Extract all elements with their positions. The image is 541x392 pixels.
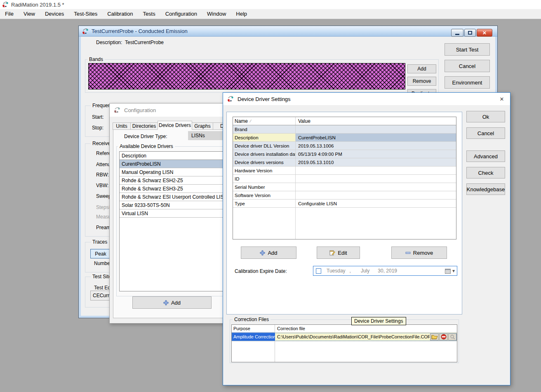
radimation-icon bbox=[114, 107, 120, 113]
band-add-button[interactable]: Add bbox=[407, 64, 436, 73]
app-titlebar: RadiMation 2019.1.5 * bbox=[0, 0, 541, 9]
table-row-serial-number[interactable]: Serial Number bbox=[233, 183, 456, 191]
table-row-software-version[interactable]: Software Version bbox=[233, 191, 456, 200]
properties-table-header: Name ∕ Value bbox=[233, 117, 456, 125]
date-month[interactable]: July bbox=[361, 268, 369, 274]
close-icon: ✕ bbox=[500, 96, 504, 102]
attenuation-label: Attenuat bbox=[96, 162, 110, 167]
maximize-button[interactable] bbox=[464, 29, 476, 37]
stop-label: Stop: bbox=[92, 125, 103, 131]
table-row-drivers-versions[interactable]: Device drivers versions 2019.05.13.1010 bbox=[233, 158, 456, 167]
ok-button[interactable]: Ok bbox=[466, 111, 505, 122]
knowledgebase-button[interactable]: Knowledgebase bbox=[466, 183, 505, 195]
table-row-description[interactable]: Description CurentProbeLISN bbox=[233, 134, 456, 142]
vbw-label: VBW: bbox=[96, 183, 108, 188]
tab-device-drivers[interactable]: Device Drivers bbox=[158, 121, 192, 130]
date-enabled-checkbox[interactable] bbox=[316, 268, 321, 274]
menu-item-help[interactable]: Help bbox=[231, 9, 252, 19]
peak-toggle-button[interactable]: Peak bbox=[90, 249, 111, 258]
date-separator: , bbox=[350, 268, 351, 274]
menu-item-file[interactable]: File bbox=[0, 9, 19, 19]
menu-item-test-sites[interactable]: Test-Sites bbox=[69, 9, 102, 19]
correction-file-row[interactable]: Amplitude Correction C:\Users\Public\Doc… bbox=[232, 333, 457, 341]
advanced-button[interactable]: Advanced bbox=[466, 150, 505, 162]
stepsize-label: Stepsize bbox=[96, 204, 110, 210]
number-label: Number bbox=[94, 261, 110, 266]
column-header-name[interactable]: Name ∕ bbox=[233, 117, 296, 125]
reference-label: Referenc bbox=[96, 150, 110, 156]
correction-file-cell[interactable]: C:\Users\Public\Documents\RadiMation\COR… bbox=[275, 333, 457, 341]
minimize-icon bbox=[455, 34, 459, 35]
correction-table-empty-area bbox=[232, 341, 457, 362]
table-empty-area bbox=[233, 208, 456, 239]
device-driver-settings-dialog: Device Driver Settings ✕ Name ∕ Value Br… bbox=[223, 92, 510, 385]
properties-table: Name ∕ Value Brand Description CurentPro… bbox=[233, 117, 456, 239]
tab-directories[interactable]: Directories bbox=[130, 122, 158, 130]
sort-ascending-icon: ∕ bbox=[250, 119, 251, 123]
desktop: RadiMation 2019.1.5 * File View Devices … bbox=[0, 0, 541, 392]
environment-button[interactable]: Environment bbox=[445, 76, 490, 89]
date-weekday[interactable]: Tuesday bbox=[327, 268, 346, 274]
table-row-brand[interactable]: Brand bbox=[233, 125, 456, 134]
add-property-label: Add bbox=[268, 250, 277, 256]
measure-label: Measure bbox=[96, 214, 110, 220]
edit-icon bbox=[329, 250, 335, 256]
config-add-driver-label: Add bbox=[171, 300, 181, 306]
sweep-time-label: Sweep T bbox=[96, 193, 110, 199]
test-window-titlebar[interactable]: TestCurrentProbe - Conducted Emission bbox=[79, 26, 497, 37]
edit-property-button[interactable]: Edit bbox=[317, 246, 360, 259]
dialog-close-button[interactable]: ✕ bbox=[497, 95, 507, 103]
radimation-icon bbox=[227, 96, 234, 102]
dropdown-arrow-icon[interactable]: ▾ bbox=[452, 268, 455, 274]
column-header-correction-file[interactable]: Correction file bbox=[275, 325, 457, 332]
table-row-installation-date[interactable]: Device drivers installation date 05/13/1… bbox=[233, 150, 456, 158]
date-day-year[interactable]: 30, 2019 bbox=[378, 268, 397, 274]
rbw-label: RBW: bbox=[96, 172, 109, 178]
column-header-value[interactable]: Value bbox=[296, 117, 456, 125]
check-button[interactable]: Check bbox=[466, 167, 505, 178]
add-property-button[interactable]: Add bbox=[241, 246, 296, 259]
menu-item-calibration[interactable]: Calibration bbox=[102, 9, 138, 19]
remove-property-button[interactable]: Remove bbox=[391, 246, 447, 259]
browse-file-button[interactable] bbox=[430, 333, 439, 340]
plus-icon bbox=[260, 250, 265, 256]
cancel-button[interactable]: Cancel bbox=[466, 127, 505, 139]
radimation-app-icon bbox=[2, 1, 9, 8]
open-folder-icon bbox=[431, 334, 438, 339]
tab-graphs[interactable]: Graphs bbox=[192, 122, 213, 130]
device-driver-settings-title: Device Driver Settings bbox=[238, 96, 291, 102]
menu-item-window[interactable]: Window bbox=[202, 9, 231, 19]
tab-units[interactable]: Units bbox=[113, 122, 131, 130]
menu-item-configuration[interactable]: Configuration bbox=[160, 9, 202, 19]
correction-table-header: Purpose Correction file bbox=[232, 325, 457, 333]
correction-files-table: Purpose Correction file Amplitude Correc… bbox=[231, 324, 457, 362]
table-row-hardware-version[interactable]: Hardware Version bbox=[233, 167, 456, 175]
minimize-button[interactable] bbox=[451, 29, 463, 37]
band-remove-button[interactable]: Remove bbox=[407, 77, 436, 86]
close-button[interactable]: ✕ bbox=[477, 29, 492, 37]
menu-item-devices[interactable]: Devices bbox=[40, 9, 69, 19]
calibration-date-picker[interactable]: Tuesday , July 30, 2019 ▾ bbox=[313, 266, 457, 276]
correction-purpose-cell[interactable]: Amplitude Correction bbox=[232, 333, 275, 341]
remove-file-button[interactable] bbox=[439, 333, 448, 340]
menu-item-tests[interactable]: Tests bbox=[138, 9, 160, 19]
minus-icon bbox=[405, 251, 411, 254]
start-test-button[interactable]: Start Test bbox=[445, 43, 490, 56]
table-row-type[interactable]: Type Configurable LISN bbox=[233, 200, 456, 208]
table-row-id[interactable]: ID bbox=[233, 175, 456, 183]
start-label: Start: bbox=[92, 114, 104, 120]
correction-file-path[interactable]: C:\Users\Public\Documents\RadiMation\COR… bbox=[277, 334, 430, 339]
receiver-group-label: Receiver bbox=[91, 141, 110, 146]
config-add-driver-button[interactable]: Add bbox=[132, 296, 212, 309]
device-driver-settings-titlebar[interactable]: Device Driver Settings bbox=[223, 93, 510, 105]
menu-item-view[interactable]: View bbox=[19, 9, 40, 19]
table-row-dll-version[interactable]: Device driver DLL Version 2019.05.13.100… bbox=[233, 142, 456, 150]
app-menubar: File View Devices Test-Sites Calibration… bbox=[0, 9, 541, 19]
tooltip: Device Driver Settings bbox=[351, 317, 406, 325]
view-file-button[interactable] bbox=[448, 333, 457, 340]
plus-icon bbox=[163, 300, 169, 305]
column-header-purpose[interactable]: Purpose bbox=[232, 325, 275, 332]
bands-plot[interactable] bbox=[88, 63, 405, 89]
cancel-button[interactable]: Cancel bbox=[445, 60, 490, 72]
test-equipment-field[interactable]: CECurre bbox=[90, 291, 110, 300]
